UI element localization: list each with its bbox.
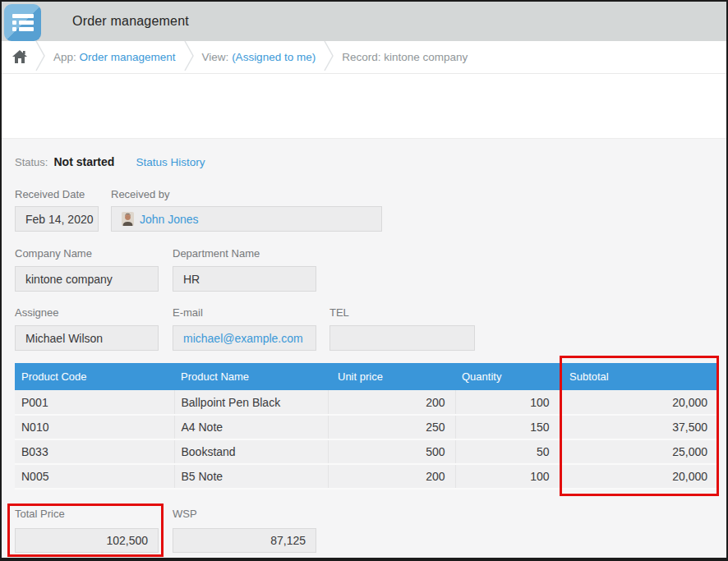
cell-product-name: Bookstand bbox=[174, 439, 328, 464]
cell-product-name: A4 Note bbox=[174, 415, 328, 439]
status-label: Status: bbox=[15, 156, 48, 168]
cell-quantity: 50 bbox=[455, 439, 560, 464]
company-name-field: kintone company bbox=[15, 266, 159, 292]
list-app-icon[interactable] bbox=[4, 4, 41, 41]
breadcrumb-app-prefix: App: bbox=[53, 51, 80, 63]
email-link[interactable]: michael@example.com bbox=[183, 332, 303, 345]
tel-field bbox=[329, 325, 475, 351]
breadcrumb-view-link[interactable]: (Assigned to me) bbox=[232, 51, 316, 63]
received-by-user-link[interactable]: John Jones bbox=[140, 213, 199, 226]
assignee-label: Assignee bbox=[15, 306, 58, 319]
home-icon[interactable] bbox=[12, 50, 27, 64]
table-row: B033 Bookstand 500 50 25,000 bbox=[15, 439, 717, 464]
cell-product-code: P001 bbox=[15, 390, 174, 415]
wsp-value: 87,125 bbox=[270, 534, 306, 547]
record-detail-area: Status: Not started Status History Recei… bbox=[2, 138, 726, 558]
kintone-record-window: Order management App: Order management V… bbox=[0, 0, 728, 561]
company-name-label: Company Name bbox=[15, 247, 92, 260]
assignee-value: Michael Wilson bbox=[25, 332, 103, 345]
tel-label: TEL bbox=[329, 306, 349, 319]
cell-product-name: B5 Note bbox=[174, 464, 328, 489]
table-row: P001 Ballpoint Pen Black 200 100 20,000 bbox=[15, 390, 717, 415]
app-header-bar: Order management bbox=[2, 2, 726, 41]
cell-unit-price: 200 bbox=[328, 464, 455, 489]
status-row: Status: Not started Status History bbox=[15, 155, 205, 168]
cell-product-code: N005 bbox=[15, 464, 174, 489]
table-row: N010 A4 Note 250 150 37,500 bbox=[15, 415, 717, 439]
department-name-field: HR bbox=[173, 266, 316, 292]
cell-subtotal: 25,000 bbox=[560, 439, 717, 464]
breadcrumb-app-link[interactable]: Order management bbox=[80, 51, 176, 63]
breadcrumb: App: Order management View: (Assigned to… bbox=[2, 41, 726, 74]
cell-subtotal: 37,500 bbox=[560, 415, 717, 439]
col-header-quantity: Quantity bbox=[455, 363, 560, 390]
breadcrumb-record: Record: kintone company bbox=[342, 51, 468, 63]
cell-quantity: 100 bbox=[455, 390, 560, 415]
cell-product-name: Ballpoint Pen Black bbox=[174, 390, 328, 415]
cell-product-code: N010 bbox=[15, 415, 174, 439]
cell-unit-price: 250 bbox=[328, 415, 455, 439]
total-price-label: Total Price bbox=[15, 508, 65, 520]
cell-subtotal: 20,000 bbox=[560, 390, 717, 415]
page-title: Order management bbox=[72, 2, 189, 41]
cell-subtotal: 20,000 bbox=[560, 464, 717, 489]
product-table: Product Code Product Name Unit price Qua… bbox=[15, 363, 717, 490]
product-table-header-row: Product Code Product Name Unit price Qua… bbox=[15, 363, 717, 390]
email-field: michael@example.com bbox=[173, 325, 316, 351]
cell-quantity: 100 bbox=[455, 464, 560, 489]
col-header-product-name: Product Name bbox=[174, 363, 328, 390]
email-label: E-mail bbox=[173, 306, 203, 319]
col-header-subtotal: Subtotal bbox=[560, 363, 717, 390]
received-date-field: Feb 14, 2020 bbox=[15, 206, 99, 232]
breadcrumb-view: View: (Assigned to me) bbox=[202, 51, 316, 63]
assignee-field: Michael Wilson bbox=[15, 325, 159, 351]
status-history-link[interactable]: Status History bbox=[136, 156, 205, 168]
received-date-label: Received Date bbox=[15, 188, 85, 200]
company-name-value: kintone company bbox=[25, 273, 113, 286]
cell-quantity: 150 bbox=[455, 415, 560, 439]
department-name-value: HR bbox=[183, 273, 200, 286]
cell-unit-price: 500 bbox=[328, 439, 455, 464]
user-avatar-icon bbox=[122, 212, 134, 226]
breadcrumb-app: App: Order management bbox=[53, 51, 176, 63]
chevron-right-icon bbox=[324, 40, 334, 74]
breadcrumb-view-prefix: View: bbox=[202, 51, 233, 63]
department-name-label: Department Name bbox=[173, 247, 260, 260]
wsp-label: WSP bbox=[173, 508, 197, 520]
list-app-icon-glyph bbox=[12, 14, 34, 31]
status-value: Not started bbox=[53, 155, 114, 168]
chevron-right-icon bbox=[184, 40, 194, 74]
cell-unit-price: 200 bbox=[328, 390, 455, 415]
col-header-product-code: Product Code bbox=[15, 363, 174, 390]
total-price-field: 102,500 bbox=[15, 528, 159, 553]
table-row: N005 B5 Note 200 100 20,000 bbox=[15, 464, 717, 489]
received-by-field: John Jones bbox=[111, 206, 382, 232]
received-date-value: Feb 14, 2020 bbox=[25, 213, 94, 226]
received-by-label: Received by bbox=[111, 188, 170, 200]
cell-product-code: B033 bbox=[15, 439, 174, 464]
wsp-field: 87,125 bbox=[173, 528, 316, 553]
col-header-unit-price: Unit price bbox=[328, 363, 455, 390]
total-price-value: 102,500 bbox=[106, 534, 148, 547]
chevron-right-icon bbox=[35, 40, 45, 74]
